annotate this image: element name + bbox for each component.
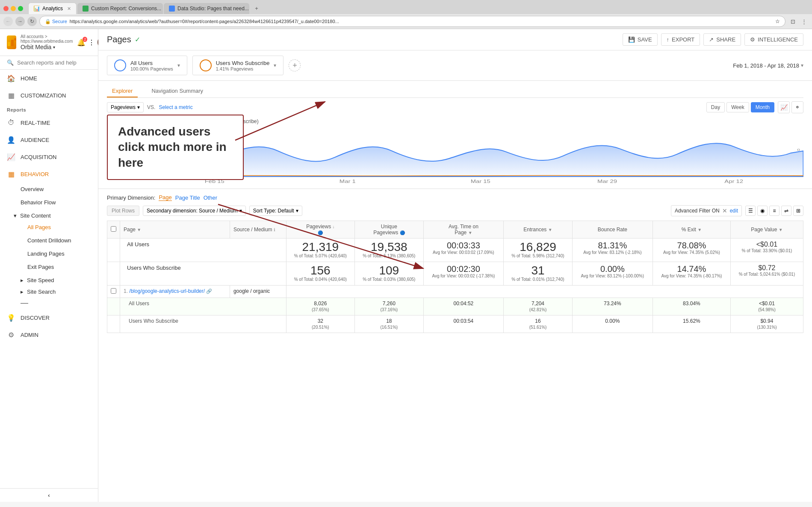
subnav-all-pages[interactable]: All Pages [0,221,98,234]
th-avg-time[interactable]: Avg. Time onPage ▼ [423,221,504,239]
account-name[interactable]: Orbit Media ▾ [21,44,73,50]
plot-rows-button[interactable]: Plot Rows [107,206,139,216]
sidebar-item-discover[interactable]: 💡 DISCOVER [0,309,98,326]
row1-checkbox[interactable] [107,286,120,298]
subnav-behavior-flow[interactable]: Behavior Flow [0,196,98,209]
tab-navigation-summary[interactable]: Navigation Summary [146,85,208,97]
metric-dropdown[interactable]: Pageviews ▾ [107,102,144,112]
row1-sub-page-val: $0.94(130.31%) [730,315,803,333]
subnav-site-content[interactable]: ▾ Site Content [0,209,98,221]
star-icon[interactable]: ☆ [775,18,780,24]
summary-exit-all: 78.08% Avg for View: 74.35% (5.02%) [653,239,730,262]
filter-edit-btn[interactable]: edit [730,208,738,214]
refresh-button[interactable]: ↻ [27,17,37,26]
metric-select: Pageviews ▾ VS. Select a metric [107,102,193,112]
tab-data-studio[interactable]: Data Studio: Pages that need... ✕ [164,3,249,14]
address-text: https://analytics.google.com/analytics/w… [70,19,773,24]
th-bounce-rate[interactable]: Bounce Rate [572,221,653,239]
th-pageviews[interactable]: Pageviews ↓🔵 [286,221,355,239]
subscribers-dropdown-icon[interactable]: ▾ [274,62,276,68]
minimize-btn[interactable] [11,6,16,11]
summary-unique-pv-sub: 109 % of Total: 0.03% (380,605) [355,262,424,286]
time-buttons: Day Week Month [706,102,774,112]
th-entrances[interactable]: Entrances ▼ [504,221,573,239]
cast-icon[interactable]: ⊡ [788,17,797,26]
close-btn[interactable] [3,6,9,11]
home-label: HOME [21,75,37,82]
date-range[interactable]: Feb 1, 2018 - Apr 18, 2018 ▾ [733,62,803,69]
forward-button[interactable]: → [15,17,25,26]
subnav-site-speed[interactable]: ▸ Site Speed [0,274,98,285]
th-checkbox[interactable] [107,221,120,239]
sidebar-item-audience[interactable]: 👤 AUDIENCE [0,131,98,148]
pie-view-btn[interactable]: ◉ [757,206,768,216]
share-button[interactable]: ↗ SHARE [703,33,741,46]
maximize-btn[interactable] [18,6,23,11]
tab-close-analytics[interactable]: ✕ [67,6,71,12]
menu-icon[interactable]: ⋮ [799,17,809,26]
dim-other[interactable]: Other [204,195,218,201]
back-button[interactable]: ← [3,17,13,26]
scatter-chart-btn[interactable]: ⚬ [791,101,803,113]
summary-bounce-all: 81.31% Avg for View: 83.12% (-2.18%) [572,239,653,262]
sidebar-collapse-btn[interactable]: ‹ [0,488,98,502]
sidebar-item-admin[interactable]: ⚙ ADMIN [0,326,98,343]
sort-type-select[interactable]: Sort Type: Default ▾ [249,206,302,216]
search-input[interactable] [17,59,91,66]
notification-icon[interactable]: 🔔2 [77,38,86,47]
sidebar-item-behavior[interactable]: ▦ BEHAVIOR [0,165,98,183]
segment-subscribers[interactable]: Users Who Subscribe 1.41% Pageviews ▾ [192,56,284,75]
tab-custom-report[interactable]: Custom Report: Conversions... ✕ [77,3,163,14]
filter-close-btn[interactable]: ✕ [722,207,727,214]
subnav-overview[interactable]: Overview [0,183,98,196]
subnav-exit-pages[interactable]: Exit Pages [0,260,98,274]
sidebar-item-customization[interactable]: ▦ CUSTOMIZATION [0,87,98,104]
sidebar-item-home[interactable]: 🏠 HOME [0,70,98,87]
new-tab-button[interactable]: + [252,4,261,13]
secondary-dimension-select[interactable]: Secondary dimension: Source / Medium ▾ [143,206,246,216]
row1-sub-bounce: 0.00% [572,315,653,333]
dim-page[interactable]: Page [159,194,171,201]
filter-box: Advanced Filter ON ✕ edit [671,205,742,216]
account-breadcrumb: All accounts > https://www.orbitmedia.co… [21,34,73,44]
tab-analytics[interactable]: 📊 Analytics ✕ [28,3,77,14]
day-button[interactable]: Day [706,102,725,112]
data-studio-favicon [169,6,175,12]
save-button[interactable]: 💾 SAVE [623,33,658,46]
add-segment-button[interactable]: + [289,59,301,71]
subnav-site-search[interactable]: ▸ Site Search [0,285,98,297]
summary-avg-time-sub: 00:02:30 Avg for View: 00:03:02 (-17.38%… [423,262,504,286]
address-bar[interactable]: 🔒 Secure https://analytics.google.com/an… [39,16,785,27]
home-icon: 🏠 [7,74,15,83]
th-unique-pageviews[interactable]: UniquePageviews 🔵 [355,221,424,239]
th-page-value[interactable]: Page Value ▼ [730,221,803,239]
th-source-medium[interactable]: Source / Medium ℹ [230,221,286,239]
week-button[interactable]: Week [726,102,749,112]
th-page[interactable]: Page ▼ [120,221,230,239]
intelligence-button[interactable]: ⚙ INTELLIGENCE [744,33,803,46]
sidebar-item-realtime[interactable]: ⏱ REAL-TIME [0,114,98,131]
dim-page-title[interactable]: Page Title [175,195,200,201]
grid-view-btn[interactable]: ⊞ [793,206,803,216]
segment-dropdown-icon[interactable]: ▾ [177,62,180,68]
subnav-content-drilldown[interactable]: Content Drilldown [0,234,98,247]
bar-view-btn[interactable]: ≡ [769,206,780,216]
line-chart-btn[interactable]: 📈 [778,101,790,113]
export-button[interactable]: ↑ EXPORT [661,33,700,46]
subnav-landing-pages[interactable]: Landing Pages [0,247,98,260]
tab-bar: 📊 Analytics ✕ Custom Report: Conversions… [0,0,812,14]
select-metric-link[interactable]: Select a metric [159,104,192,110]
compare-view-btn[interactable]: ⇌ [781,206,791,216]
row1-page-link[interactable]: /blog/google-analytics-url-builder/ [129,288,205,294]
row1-page: 1. /blog/google-analytics-url-builder/ 🔗 [120,286,230,298]
th-exit[interactable]: % Exit ▼ [653,221,730,239]
sidebar-item-acquisition[interactable]: 📈 ACQUISITION [0,148,98,165]
table-view-btn[interactable]: ☰ [745,206,756,216]
svg-rect-0 [8,42,10,46]
main-toolbar: Pages ✓ 💾 SAVE ↑ EXPORT ↗ SHARE ⚙ [98,29,812,50]
month-button[interactable]: Month [751,102,774,112]
save-icon: 💾 [628,36,635,43]
tab-explorer[interactable]: Explorer [107,85,138,97]
more-options-icon[interactable]: ⋮ [88,38,95,47]
segment-all-users[interactable]: All Users 100.00% Pageviews ▾ [107,56,187,75]
